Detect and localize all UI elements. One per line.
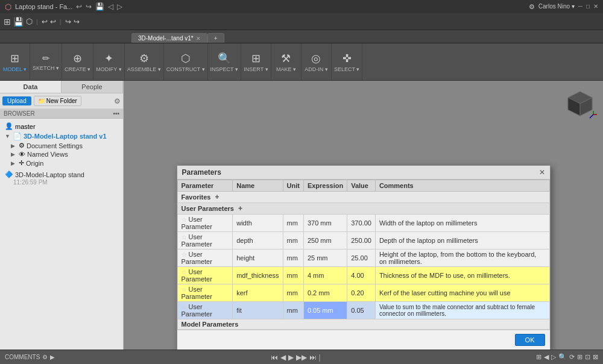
minimize-btn[interactable]: ─ [578, 3, 582, 11]
tab-people[interactable]: People [62, 81, 123, 93]
toolbar-undo2-icon[interactable]: ↩ [50, 17, 56, 26]
maximize-btn[interactable]: □ [586, 3, 590, 11]
timeline-back-icon[interactable]: ◀ [544, 353, 549, 361]
table-row-fit[interactable]: ☆ User Parameter fit mm 0.05 mm 0.05 Val… [177, 302, 549, 319]
tree-model[interactable]: 🔷 3D-Model-Laptop stand [2, 170, 121, 179]
ribbon-addin-label: ADD-IN ▾ [305, 66, 328, 72]
toolbar-redo2-icon[interactable]: ↪ [74, 17, 80, 26]
table-row[interactable]: ☆ User Parameter depth mm 250 mm 250.00 … [177, 232, 549, 249]
modal-overlay: Parameters ✕ Parameter Name Unit Express… [124, 81, 603, 350]
app-title: Laptop stand - Fa... [15, 3, 72, 10]
ok-button[interactable]: OK [515, 334, 545, 346]
col-name: Name [233, 180, 283, 192]
tab-model[interactable]: 3D-Model-...tand v1* ✕ [131, 33, 207, 43]
timeline-box-icon[interactable]: ⊡ [585, 353, 590, 361]
row-expr-height[interactable]: 25 mm [303, 249, 347, 267]
ribbon-addin[interactable]: ◎ ADD-IN ▾ [302, 43, 332, 80]
settings-icon[interactable]: ⚙ [529, 3, 535, 11]
ribbon-construct-label: CONSTRUCT ▾ [166, 66, 205, 72]
tree-root[interactable]: ▼ 📄 3D-Model-Laptop stand v1 [2, 131, 121, 141]
timeline-fit-icon[interactable]: ⊞ [577, 353, 582, 361]
tab-new[interactable]: + [207, 33, 224, 43]
playback-prev[interactable]: ◀ [280, 353, 286, 362]
tree-origin-icon: ✛ [19, 159, 24, 167]
playback-next[interactable]: ▶▶ [296, 353, 307, 362]
row-name-fit[interactable]: fit [233, 302, 283, 319]
nav-fwd-icon[interactable]: ▷ [117, 2, 122, 11]
undo-icon[interactable]: ↩ [76, 2, 82, 11]
row-expr-depth[interactable]: 250 mm [303, 232, 347, 249]
col-unit: Unit [283, 180, 303, 192]
row-name-height[interactable]: height [233, 249, 283, 267]
panel-settings-icon[interactable]: ⚙ [114, 97, 121, 105]
tree-origin[interactable]: ▶ ✛ Origin [11, 158, 121, 168]
save-icon[interactable]: 💾 [95, 2, 104, 11]
ribbon-model[interactable]: ⊞ MODEL ▾ [0, 43, 30, 80]
ribbon-modify-icon: ✦ [104, 52, 113, 65]
row-expr-mdf[interactable]: 4 mm [303, 267, 347, 284]
row-name-depth[interactable]: depth [233, 232, 283, 249]
close-btn[interactable]: ✕ [593, 3, 598, 11]
toolbar-grid-icon[interactable]: ⊞ [4, 17, 11, 27]
table-row-kerf[interactable]: ☆ User Parameter kerf mm 0.2 mm 0.20 Ker… [177, 284, 549, 302]
ribbon-construct[interactable]: ⬡ CONSTRUCT ▾ [164, 43, 208, 80]
row-name-width[interactable]: width [233, 215, 283, 232]
comments-settings-icon[interactable]: ⚙ [42, 354, 48, 360]
modal-body: Parameter Name Unit Expression Value Com… [177, 180, 550, 330]
playback-skipfwd[interactable]: ⏭ [309, 353, 317, 362]
ribbon-sketch[interactable]: ✏ SKETCH ▾ [30, 43, 62, 80]
ribbon-insert[interactable]: ⊞ INSERT ▾ [241, 43, 271, 80]
row-expr-kerf[interactable]: 0.2 mm [303, 284, 347, 302]
ribbon-create[interactable]: ⊕ CREATE ▾ [62, 43, 93, 80]
star-mdf[interactable]: ☆ [182, 269, 187, 275]
row-expr-fit[interactable]: 0.05 mm [303, 302, 347, 319]
star-kerf[interactable]: ☆ [182, 286, 187, 293]
redo-icon[interactable]: ↪ [86, 2, 92, 11]
timeline-rotate-icon[interactable]: ⟳ [569, 353, 575, 361]
add-favorite-button[interactable]: + [215, 193, 219, 201]
params-table: Parameter Name Unit Expression Value Com… [177, 180, 550, 330]
star-fit[interactable]: ☆ [182, 304, 187, 310]
timeline-zoom-icon[interactable]: 🔍 [558, 353, 567, 361]
modal-close-button[interactable]: ✕ [539, 168, 545, 177]
toolbar-save-icon[interactable]: 💾 [13, 17, 24, 27]
table-row[interactable]: ☆ User Parameter height mm 25 mm 25.00 H… [177, 249, 549, 267]
playback-play[interactable]: ▶ [288, 353, 294, 362]
tree-doc-settings[interactable]: ▶ ⚙ Document Settings [11, 141, 121, 150]
ribbon-modify[interactable]: ✦ MODIFY ▾ [93, 43, 124, 80]
toolbar-new-icon[interactable]: ⬡ [26, 17, 33, 26]
tab-close-model[interactable]: ✕ [196, 36, 201, 42]
tab-data[interactable]: Data [0, 81, 62, 93]
comments-expand-icon[interactable]: ▶ [50, 354, 55, 360]
timeline-play-icon[interactable]: ▷ [551, 353, 556, 361]
star-depth[interactable]: ☆ [182, 234, 187, 240]
ribbon-select[interactable]: ✜ SELECT ▾ [332, 43, 362, 80]
playback-skipback[interactable]: ⏮ [271, 353, 278, 362]
timeline-grid-icon[interactable]: ⊞ [536, 353, 541, 361]
add-user-param-button[interactable]: + [238, 204, 242, 213]
timeline-cross-icon[interactable]: ⊠ [593, 353, 598, 361]
ribbon-make[interactable]: ⚒ MAKE ▾ [271, 43, 302, 80]
section-user-params: User Parameters + [177, 203, 549, 215]
new-folder-button[interactable]: 📁 New Folder [34, 96, 81, 106]
row-expr-width[interactable]: 370 mm [303, 215, 347, 232]
row-name-kerf[interactable]: kerf [233, 284, 283, 302]
ribbon-insert-label: INSERT ▾ [244, 66, 268, 72]
toolbar-redo-icon[interactable]: ↪ [65, 17, 71, 26]
table-row[interactable]: ☆ User Parameter width mm 370 mm 370.00 … [177, 215, 549, 232]
tree-named-views[interactable]: ▶ 👁 Named Views [11, 150, 121, 158]
user-label: Carlos Nino ▾ [538, 3, 575, 11]
ribbon-inspect[interactable]: 🔍 INSPECT ▾ [208, 43, 241, 80]
star-width[interactable]: ☆ [182, 216, 187, 223]
star-height[interactable]: ☆ [182, 251, 187, 258]
upload-button[interactable]: Upload [2, 96, 31, 105]
toolbar-undo-icon[interactable]: ↩ [42, 17, 48, 26]
tree-expand-root[interactable]: ▼ [5, 133, 11, 139]
ribbon-assemble[interactable]: ⚙ ASSEMBLE ▾ [125, 43, 164, 80]
row-name-mdf[interactable]: mdf_thickness [233, 267, 283, 284]
tree-doc-icon: 📄 [13, 132, 22, 140]
nav-back-icon[interactable]: ◁ [108, 2, 113, 11]
table-row-mdf[interactable]: ☆ User Parameter mdf_thickness mm 4 mm 4… [177, 267, 549, 284]
tree-doc-settings-label: Document Settings [27, 142, 83, 149]
browser-dots[interactable]: ••• [113, 110, 119, 117]
